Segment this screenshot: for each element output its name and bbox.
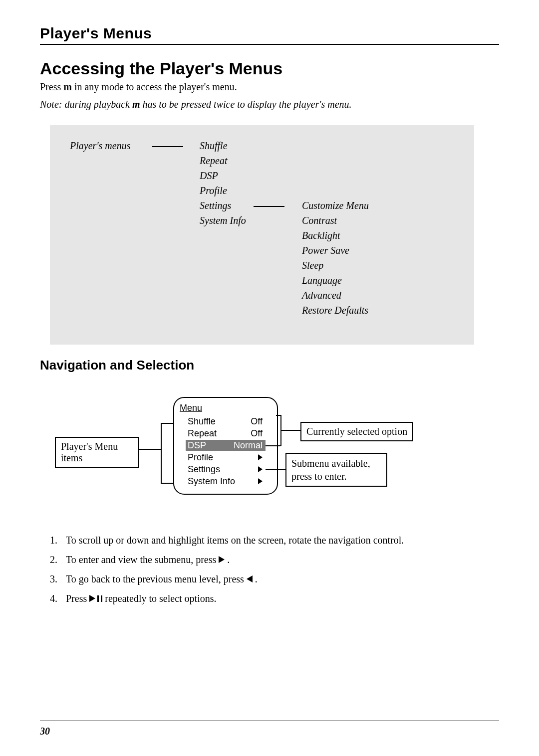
connector-line	[276, 415, 281, 416]
instruction-text: .	[225, 554, 230, 565]
submenu-arrow-icon	[258, 454, 263, 460]
connector-line	[161, 423, 173, 424]
settings-submenu-item: Power Save	[302, 245, 349, 256]
menu-row-name: System Info	[188, 476, 235, 487]
menu-row-name: Repeat	[188, 428, 217, 439]
menu-row-systeminfo: System Info	[186, 476, 266, 487]
currently-selected-label: Currently selected option	[306, 426, 407, 437]
page-header: Player's Menus	[40, 25, 499, 45]
settings-submenu-item: Sleep	[302, 260, 323, 271]
right-arrow-icon	[219, 556, 225, 563]
menu-row-value: Off	[251, 428, 263, 439]
play-pause-icon	[89, 595, 102, 602]
player-menu-items-label: Player's Menu items	[61, 441, 118, 463]
settings-submenu-item: Backlight	[302, 230, 340, 241]
settings-submenu-item: Language	[302, 275, 342, 286]
instruction-text: Press	[66, 593, 89, 604]
instruction-item: To scroll up or down and highlight items…	[60, 535, 499, 546]
intro-text: Press m in any mode to access the player…	[40, 81, 499, 93]
instruction-text: To scroll up or down and highlight items…	[66, 535, 404, 546]
instruction-item: Press repeatedly to select options.	[60, 593, 499, 604]
settings-submenu-item: Customize Menu	[302, 200, 369, 211]
instruction-text: repeatedly to select options.	[102, 593, 216, 604]
instruction-item: To go back to the previous menu level, p…	[60, 573, 499, 585]
intro-pre: Press	[40, 81, 63, 92]
menu-structure-panel: Player's menus Shuffle Repeat DSP Profil…	[50, 125, 474, 345]
top-menu-item: Profile	[200, 185, 227, 196]
settings-submenu-item: Advanced	[302, 290, 341, 301]
intro-key: m	[63, 81, 72, 92]
note-pre: Note: during playback	[40, 99, 132, 110]
top-menu-item: DSP	[200, 170, 218, 182]
menu-row-name: Shuffle	[188, 416, 216, 427]
instruction-text: .	[253, 573, 258, 584]
left-arrow-icon	[247, 575, 253, 582]
menu-row-name: DSP	[188, 440, 206, 451]
menu-row-value: Off	[251, 416, 263, 427]
footer-rule	[40, 721, 499, 721]
currently-selected-box: Currently selected option	[300, 422, 413, 441]
play-triangle-icon	[89, 595, 95, 602]
connector-line	[254, 206, 284, 207]
connector-line	[152, 146, 183, 147]
menu-row-dsp-selected: DSP Normal	[186, 440, 266, 451]
submenu-available-label: Submenu available, press to enter.	[291, 458, 370, 482]
note-key: m	[132, 99, 140, 110]
nav-section-heading: Navigation and Selection	[40, 358, 499, 373]
pause-bar-icon	[97, 595, 99, 602]
connector-line	[266, 469, 285, 470]
top-menu-item: Repeat	[200, 155, 228, 167]
menu-row-repeat: Repeat Off	[186, 428, 266, 439]
menu-row-name: Profile	[188, 452, 213, 463]
top-menu-item: Settings	[200, 200, 231, 211]
submenu-arrow-icon	[258, 478, 263, 484]
section-title: Accessing the Player's Menus	[40, 59, 499, 78]
menu-row-settings: Settings	[186, 464, 266, 475]
connector-line	[138, 449, 161, 450]
player-menu-items-box: Player's Menu items	[55, 437, 139, 468]
connector-bracket	[161, 423, 162, 483]
instruction-text: To enter and view the submenu, press	[66, 554, 219, 565]
settings-submenu-item: Restore Defaults	[302, 305, 368, 316]
intro-post: in any mode to access the player's menu.	[72, 81, 237, 92]
submenu-arrow-icon	[258, 466, 263, 472]
instruction-item: To enter and view the submenu, press .	[60, 554, 499, 566]
settings-submenu-item: Contrast	[302, 215, 337, 226]
note-post: has to be pressed twice to display the p…	[140, 99, 352, 110]
connector-line	[161, 483, 173, 484]
note-text: Note: during playback m has to be presse…	[40, 99, 499, 110]
navigation-diagram: Player's Menu items Menu Shuffle Off Rep…	[40, 383, 489, 523]
connector-line	[266, 445, 280, 446]
device-menu-title: Menu	[180, 403, 202, 413]
menu-row-name: Settings	[188, 464, 220, 475]
page-number: 30	[40, 726, 50, 737]
connector-line	[280, 430, 300, 431]
menu-row-value: Normal	[234, 440, 263, 451]
menu-row-shuffle: Shuffle Off	[186, 416, 266, 427]
top-menu-item: Shuffle	[200, 140, 228, 152]
submenu-available-box: Submenu available, press to enter.	[285, 453, 387, 487]
instruction-text: To go back to the previous menu level, p…	[66, 573, 247, 584]
document-page: Player's Menus Accessing the Player's Me…	[0, 0, 539, 756]
top-menu-item: System Info	[200, 215, 246, 226]
root-menu-label: Player's menus	[70, 140, 130, 152]
instructions-list: To scroll up or down and highlight items…	[40, 535, 499, 604]
menu-row-profile: Profile	[186, 452, 266, 463]
